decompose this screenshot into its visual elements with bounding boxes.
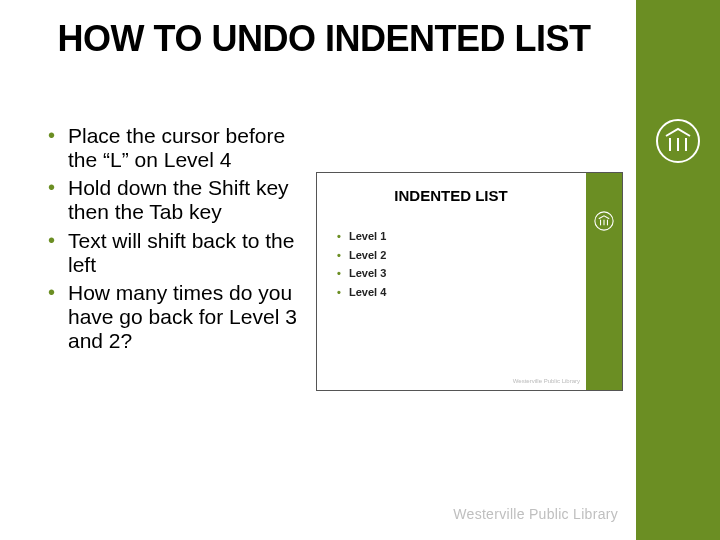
inset-list-item: Level 3 — [335, 264, 386, 283]
slide-title: HOW TO UNDO INDENTED LIST — [44, 20, 604, 58]
bullet-item: Hold down the Shift key then the Tab key — [44, 176, 304, 224]
footer-text: Westerville Public Library — [453, 506, 618, 522]
inset-list-item: Level 4 — [335, 283, 386, 302]
slide: HOW TO UNDO INDENTED LIST Place the curs… — [0, 0, 720, 540]
inset-list: Level 1 Level 2 Level 3 Level 4 — [335, 227, 386, 302]
sidebar — [636, 0, 720, 540]
bullet-item: How many times do you have go back for L… — [44, 281, 304, 353]
bullet-item: Place the cursor before the “L” on Level… — [44, 124, 304, 172]
inset-sidebar — [586, 173, 622, 390]
inset-title: INDENTED LIST — [317, 187, 585, 204]
bullet-list: Place the cursor before the “L” on Level… — [44, 124, 304, 357]
library-logo-icon — [594, 211, 614, 235]
library-logo-icon — [655, 118, 701, 164]
inset-list-item: Level 1 — [335, 227, 386, 246]
inset-slide-preview: INDENTED LIST Level 1 Level 2 Level 3 Le… — [316, 172, 623, 391]
inset-footer-text: Westerville Public Library — [513, 378, 580, 384]
bullet-item: Text will shift back to the left — [44, 229, 304, 277]
inset-list-item: Level 2 — [335, 246, 386, 265]
